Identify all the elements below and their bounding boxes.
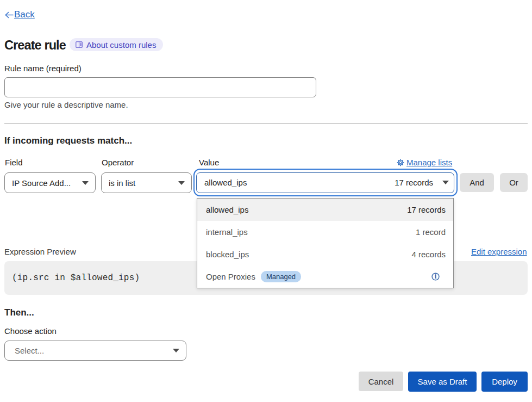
svg-text:i: i xyxy=(435,273,437,280)
